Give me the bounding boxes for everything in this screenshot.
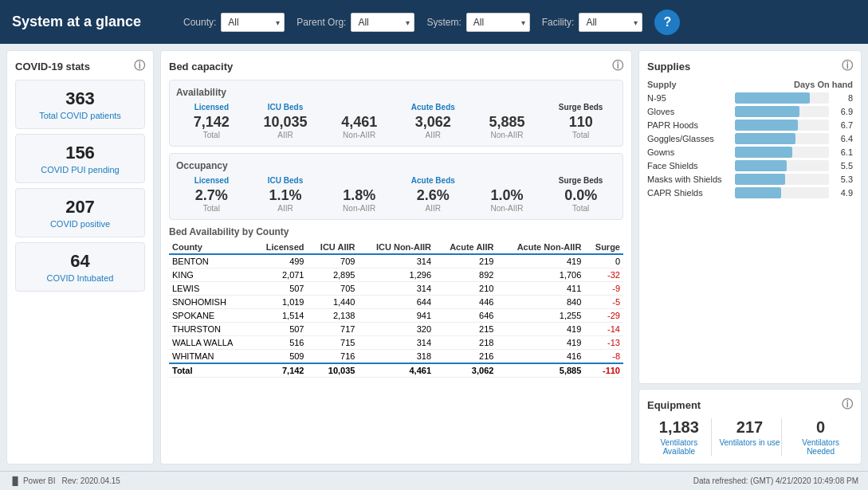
- main-content: COVID-19 stats ⓘ 363 Total COVID patient…: [0, 44, 868, 471]
- supply-row: Goggles/Glasses 6.4: [647, 133, 853, 144]
- bed-col-label: [472, 103, 543, 114]
- supply-value: 5.5: [829, 161, 853, 171]
- bed-col-label: Surge Beds: [545, 103, 616, 114]
- table-cell: 1,019: [252, 296, 307, 309]
- table-row: LEWIS507705314210411-9: [169, 282, 623, 296]
- supply-name: Masks with Shields: [647, 174, 735, 184]
- supply-row: N-95 8: [647, 92, 853, 104]
- equip-label[interactable]: Ventilators Needed: [788, 438, 853, 456]
- table-cell: 210: [434, 282, 497, 296]
- bed-capacity-info-icon[interactable]: ⓘ: [612, 59, 623, 73]
- bed-col-value: 3,062: [398, 114, 469, 131]
- bed-cell: ICU Beds 1.1% AIIR: [250, 176, 321, 213]
- supplies-card: Supplies ⓘ Supply Days On hand N-95 8 Gl…: [638, 50, 862, 384]
- table-cell: LEWIS: [169, 282, 252, 296]
- covid-stats-card: COVID-19 stats ⓘ 363 Total COVID patient…: [6, 50, 154, 465]
- parent-org-filter: Parent Org: All: [297, 13, 414, 32]
- bed-col-value: 10,035: [250, 114, 321, 131]
- parent-org-select-wrapper[interactable]: All: [351, 13, 414, 32]
- supply-name: Gloves: [647, 107, 735, 116]
- stat-label[interactable]: COVID PUI pending: [24, 165, 136, 174]
- table-cell: -13: [584, 336, 623, 350]
- stat-label[interactable]: COVID Intubated: [24, 273, 136, 283]
- table-cell: 644: [358, 296, 434, 309]
- table-row: SNOHOMISH1,0191,440644446840-5: [169, 296, 623, 309]
- table-cell: WHITMAN: [169, 350, 252, 364]
- table-cell: SNOHOMISH: [169, 296, 252, 309]
- covid-stat-list: 363 Total COVID patients 156 COVID PUI p…: [15, 80, 145, 292]
- bed-col-sub: AIIR: [398, 204, 469, 213]
- county-label: County:: [183, 17, 216, 28]
- supply-bar: [735, 187, 781, 198]
- bed-cell: Surge Beds 110 Total: [545, 103, 616, 139]
- supply-name: Goggles/Glasses: [647, 134, 735, 143]
- bed-col-sub: Non-AIIR: [472, 131, 543, 139]
- table-cell: 717: [307, 323, 358, 336]
- facility-select[interactable]: All: [579, 13, 642, 32]
- bed-col-label: [324, 176, 395, 187]
- table-cell: 1,440: [307, 296, 358, 309]
- supply-table-header: Supply Days On hand: [647, 80, 853, 89]
- bed-col-sub: AIIR: [398, 131, 469, 139]
- supply-bar: [735, 133, 795, 144]
- facility-select-wrapper[interactable]: All: [579, 13, 642, 32]
- table-cell: SPOKANE: [169, 309, 252, 323]
- bed-cell: Surge Beds 0.0% Total: [545, 176, 616, 213]
- table-cell: Total: [169, 363, 252, 378]
- bed-col-sub: AIIR: [250, 204, 321, 213]
- county-select[interactable]: All: [221, 13, 285, 32]
- table-cell: WALLA WALLA: [169, 336, 252, 350]
- county-bed-table: CountyLicensedICU AIIRICU Non-AIIRAcute …: [169, 241, 623, 378]
- supply-value: 6.9: [829, 107, 853, 116]
- facility-label: Facility:: [542, 17, 575, 28]
- equipment-item: 217 Ventilators in use: [718, 418, 783, 456]
- county-table-title: Bed Availability by County: [169, 226, 623, 237]
- county-select-wrapper[interactable]: All: [221, 13, 285, 32]
- equipment-grid: 1,183 Ventilators Available 217 Ventilat…: [647, 418, 853, 456]
- stat-value: 64: [24, 251, 136, 272]
- covid-stats-panel: COVID-19 stats ⓘ 363 Total COVID patient…: [6, 50, 154, 465]
- table-cell: 10,035: [307, 363, 358, 378]
- bed-col-sub: Total: [545, 204, 616, 213]
- supplies-info-icon[interactable]: ⓘ: [842, 59, 853, 73]
- equipment-info-icon[interactable]: ⓘ: [842, 398, 853, 412]
- stat-value: 156: [24, 143, 136, 163]
- table-cell: 419: [497, 323, 584, 336]
- table-cell: 419: [497, 254, 584, 269]
- days-col-header: Days On hand: [794, 80, 853, 89]
- table-cell: -5: [584, 296, 623, 309]
- system-select[interactable]: All: [466, 13, 530, 32]
- equip-label[interactable]: Ventilators in use: [718, 438, 782, 447]
- table-cell: 2,071: [252, 269, 307, 282]
- equip-value: 1,183: [647, 418, 711, 437]
- help-button[interactable]: ?: [654, 10, 680, 35]
- county-table-col-header: ICU AIIR: [307, 241, 358, 254]
- stat-label[interactable]: Total COVID patients: [24, 111, 136, 120]
- bed-col-value: 5,885: [472, 114, 543, 131]
- bed-cell: Licensed 7,142 Total: [176, 103, 247, 139]
- bed-col-value: 2.6%: [398, 187, 469, 204]
- table-cell: 1,514: [252, 309, 307, 323]
- table-cell: 1,706: [497, 269, 584, 282]
- stat-label[interactable]: COVID positive: [24, 219, 136, 229]
- supply-value: 8: [829, 93, 853, 103]
- supply-bar: [735, 147, 792, 158]
- bed-capacity-card: Bed capacity ⓘ Availability Licensed 7,1…: [160, 50, 632, 465]
- availability-title: Availability: [176, 87, 616, 98]
- table-cell: 507: [252, 323, 307, 336]
- table-cell: 320: [358, 323, 434, 336]
- bed-col-sub: Non-AIIR: [324, 204, 395, 213]
- equip-label[interactable]: Ventilators Available: [647, 438, 711, 456]
- supply-value: 6.4: [829, 134, 853, 143]
- covid-stats-title: COVID-19 stats: [15, 61, 90, 73]
- occupancy-grid: Licensed 2.7% Total ICU Beds 1.1% AIIR 1…: [176, 176, 616, 213]
- supply-rows: N-95 8 Gloves 6.9 PAPR Hoods 6.7 Goggles…: [647, 92, 853, 198]
- supply-bar-container: [735, 174, 829, 185]
- table-cell: 314: [358, 336, 434, 350]
- supply-name: CAPR Shields: [647, 188, 735, 198]
- bed-col-label: [472, 176, 543, 187]
- system-select-wrapper[interactable]: All: [466, 13, 530, 32]
- parent-org-select[interactable]: All: [351, 13, 414, 32]
- table-cell: 709: [307, 254, 358, 269]
- covid-stats-info-icon[interactable]: ⓘ: [134, 59, 145, 73]
